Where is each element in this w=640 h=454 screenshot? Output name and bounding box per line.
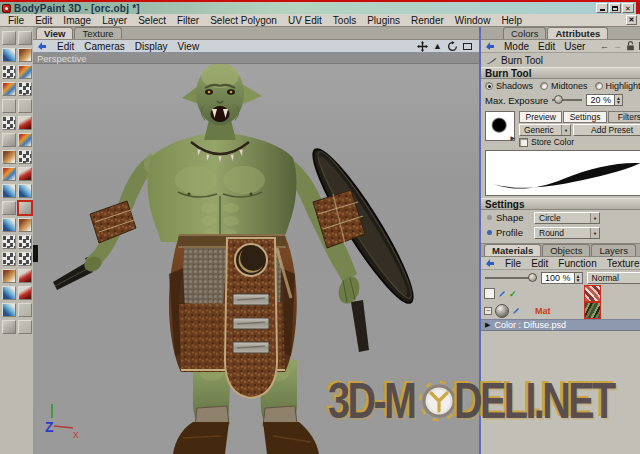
vp-menu-display[interactable]: Display: [135, 41, 168, 52]
pin-tool-icon[interactable]: [18, 167, 32, 181]
polygon-select-icon[interactable]: [18, 184, 32, 198]
texture-checker-icon[interactable]: [18, 82, 32, 96]
attr-menu-edit[interactable]: Edit: [538, 41, 555, 52]
color-palette-icon[interactable]: [2, 82, 16, 96]
expand-channel-icon[interactable]: ▶: [485, 321, 490, 329]
menu-window[interactable]: Window: [455, 15, 491, 26]
circle-mask-icon[interactable]: [2, 201, 16, 215]
tab-colors[interactable]: Colors: [503, 27, 546, 39]
cross-axis-icon[interactable]: [18, 269, 32, 283]
tab-view[interactable]: View: [36, 27, 73, 39]
max-exposure-slider[interactable]: [552, 99, 582, 101]
eyedropper-icon[interactable]: [2, 269, 16, 283]
material-row[interactable]: − Mat: [481, 302, 640, 319]
viewport-canvas[interactable]: Z x: [33, 64, 479, 454]
mat-menu-edit[interactable]: Edit: [531, 258, 548, 269]
add-preset-button[interactable]: Add Preset: [573, 124, 640, 136]
store-color-checkbox[interactable]: [519, 138, 528, 147]
slider-knob[interactable]: [554, 95, 563, 104]
red-brush-icon[interactable]: [18, 116, 32, 130]
burn-tool-section-header[interactable]: Burn Tool: [481, 67, 640, 79]
attr-menu-mode[interactable]: Mode: [504, 41, 529, 52]
selected-channel-row[interactable]: ▶ Color : Difuse.psd: [481, 319, 640, 331]
blend-mode-dropdown[interactable]: Normal ♦: [587, 272, 640, 284]
collapse-icon[interactable]: −: [484, 307, 492, 315]
viewport-edge-handle[interactable]: [33, 245, 38, 262]
menu-image[interactable]: Image: [63, 15, 91, 26]
move-axis-icon[interactable]: [2, 252, 16, 266]
profile-dropdown[interactable]: Round ♦: [534, 227, 600, 239]
brush-tip-preview[interactable]: ▶: [485, 111, 515, 141]
document-close-button[interactable]: ✕: [626, 15, 637, 25]
settings-section-header[interactable]: Settings: [481, 198, 640, 210]
sponge-tool-icon[interactable]: [2, 150, 16, 164]
preset-tab-preview[interactable]: Preview: [519, 111, 562, 123]
rotate-tool-icon[interactable]: [18, 286, 32, 300]
vp-menu-cameras[interactable]: Cameras: [84, 41, 125, 52]
close-button[interactable]: ✕: [622, 3, 634, 13]
uv-grid-icon[interactable]: [18, 99, 32, 113]
checker-b-icon[interactable]: [18, 235, 32, 249]
spinner-arrows-icon[interactable]: ▲▼: [614, 95, 622, 105]
history-back-icon[interactable]: ←: [600, 41, 609, 51]
cone-tool-icon[interactable]: [2, 218, 16, 232]
tab-objects[interactable]: Objects: [542, 244, 590, 256]
preset-tab-filters[interactable]: Filters: [608, 111, 640, 123]
checker-a-icon[interactable]: [2, 235, 16, 249]
material-sphere-icon[interactable]: [495, 304, 509, 318]
menu-plugins[interactable]: Plugins: [367, 15, 400, 26]
menu-select-polygon[interactable]: Select Polygon: [210, 15, 277, 26]
materials-mode-icon[interactable]: [485, 258, 495, 268]
viewport-mode-icon[interactable]: [37, 41, 47, 51]
opacity-spinner-icon[interactable]: ▲▼: [574, 273, 582, 283]
magnet-tool-icon[interactable]: [2, 303, 16, 317]
menu-tools[interactable]: Tools: [333, 15, 356, 26]
scale-icon[interactable]: ▲: [432, 41, 443, 52]
radio-shadows[interactable]: [485, 82, 493, 90]
tab-layers[interactable]: Layers: [591, 244, 636, 256]
material-name[interactable]: Mat: [535, 306, 551, 316]
rotate-icon[interactable]: [447, 41, 458, 52]
pan-icon[interactable]: [417, 41, 428, 52]
menu-select[interactable]: Select: [138, 15, 166, 26]
opacity-knob[interactable]: [528, 273, 537, 282]
preset-dropdown[interactable]: Generic ♦: [519, 124, 571, 136]
title-bar[interactable]: BodyPaint 3D - [orc.obj *] ✕: [0, 2, 636, 14]
redo-icon[interactable]: [18, 31, 32, 45]
pencil-tool-icon[interactable]: [2, 167, 16, 181]
arrow-tool-icon[interactable]: [18, 218, 32, 232]
opacity-spinbox[interactable]: 100 % ▲▼: [541, 272, 583, 284]
expand-arrow-icon[interactable]: ▶: [510, 135, 515, 141]
wrench-tool-icon[interactable]: [2, 184, 16, 198]
texture-layer-row[interactable]: ✓: [481, 285, 640, 302]
vp-menu-edit[interactable]: Edit: [57, 41, 74, 52]
snap-tool-icon[interactable]: [18, 303, 32, 317]
smudge-tool-icon[interactable]: [18, 48, 32, 62]
menu-file[interactable]: File: [8, 15, 24, 26]
layer-opacity-slider[interactable]: [485, 277, 537, 279]
maximize-view-icon[interactable]: [462, 41, 473, 52]
paint-brush-icon[interactable]: [18, 65, 32, 79]
checker-mask-icon[interactable]: [2, 65, 16, 79]
tab-materials[interactable]: Materials: [484, 244, 541, 256]
menu-render[interactable]: Render: [411, 15, 444, 26]
dropdown-spinner-icon[interactable]: ♦: [561, 125, 570, 135]
airbrush-icon[interactable]: [18, 133, 32, 147]
lock-icon[interactable]: [626, 41, 635, 51]
menu-help[interactable]: Help: [501, 15, 522, 26]
restore-button[interactable]: [609, 3, 621, 13]
menu-layer[interactable]: Layer: [102, 15, 127, 26]
radio-midtones[interactable]: [540, 82, 548, 90]
profile-spinner-icon[interactable]: ♦: [590, 228, 599, 238]
attr-mode-icon[interactable]: [485, 41, 495, 51]
preset-tab-settings[interactable]: Settings: [563, 111, 606, 123]
vp-menu-view[interactable]: View: [178, 41, 200, 52]
material-thumbnail[interactable]: [584, 302, 601, 319]
lasso-tool-icon[interactable]: [2, 286, 16, 300]
menu-uv-edit[interactable]: UV Edit: [288, 15, 322, 26]
projection-paint-icon[interactable]: [2, 99, 16, 113]
texture-thumbnail[interactable]: [584, 285, 601, 302]
mat-menu-texture[interactable]: Texture: [607, 258, 640, 269]
shape-dropdown[interactable]: Circle ♦: [534, 212, 600, 224]
active-tool-icon[interactable]: [18, 201, 32, 215]
